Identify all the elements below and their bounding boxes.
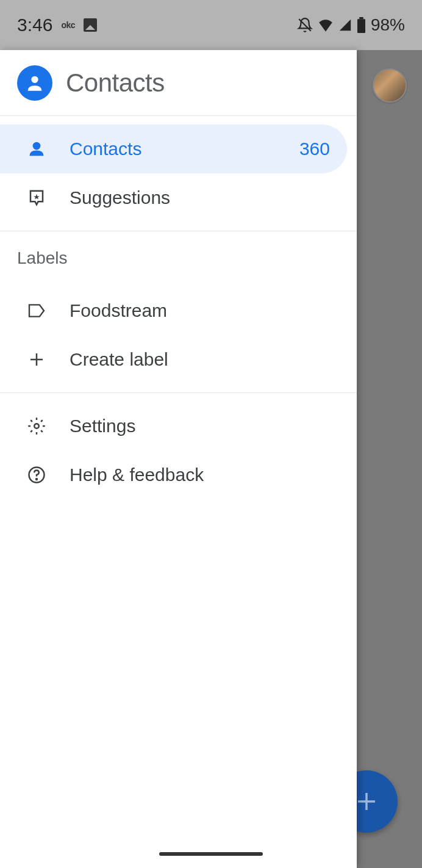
- svg-point-5: [31, 76, 38, 82]
- gear-icon: [27, 416, 46, 436]
- status-left: 3:46 okc: [17, 15, 97, 35]
- status-time: 3:46: [17, 15, 52, 35]
- navigation-drawer: Contacts Contacts 360 Suggestions Lab: [0, 50, 357, 868]
- svg-rect-2: [359, 17, 363, 19]
- drawer-main-section: Contacts 360 Suggestions: [0, 116, 357, 231]
- nav-item-create-label[interactable]: Create label: [0, 335, 357, 384]
- avatar[interactable]: [373, 68, 407, 103]
- nav-item-help[interactable]: Help & feedback: [0, 450, 357, 499]
- nav-item-count: 360: [299, 139, 330, 159]
- drawer-labels-section: Foodstream Create label: [0, 278, 357, 392]
- suggestions-icon: [27, 188, 46, 208]
- nav-item-label: Settings: [70, 416, 340, 436]
- nav-item-label-foodstream[interactable]: Foodstream: [0, 286, 357, 335]
- notifications-off-icon: [297, 17, 313, 33]
- svg-point-11: [36, 479, 37, 480]
- person-icon: [27, 139, 46, 159]
- signal-icon: [338, 18, 352, 32]
- okc-icon: okc: [61, 20, 75, 30]
- help-icon: [27, 465, 46, 485]
- nav-item-label: Foodstream: [70, 300, 340, 321]
- nav-item-label: Suggestions: [70, 187, 340, 208]
- svg-rect-1: [357, 19, 365, 33]
- nav-item-label: Help & feedback: [70, 465, 340, 485]
- battery-icon: [357, 17, 366, 33]
- nav-item-label: Contacts: [70, 139, 276, 159]
- label-icon: [27, 301, 46, 320]
- nav-item-settings[interactable]: Settings: [0, 402, 357, 450]
- nav-item-contacts[interactable]: Contacts 360: [0, 125, 347, 173]
- contacts-logo-icon: [17, 65, 52, 101]
- svg-point-9: [34, 424, 39, 429]
- nav-item-suggestions[interactable]: Suggestions: [0, 173, 357, 222]
- battery-percentage: 98%: [371, 15, 405, 35]
- drawer-title: Contacts: [66, 68, 165, 98]
- drawer-header: Contacts: [0, 50, 357, 116]
- home-indicator[interactable]: [159, 852, 263, 856]
- labels-section-header: Labels: [0, 231, 357, 278]
- svg-point-6: [34, 143, 40, 149]
- image-icon: [84, 18, 97, 32]
- drawer-bottom-section: Settings Help & feedback: [0, 393, 357, 508]
- status-right: 98%: [297, 15, 405, 35]
- nav-item-label: Create label: [70, 349, 340, 370]
- status-bar: 3:46 okc 98%: [0, 0, 422, 50]
- wifi-icon: [318, 18, 334, 32]
- plus-icon: [27, 350, 46, 369]
